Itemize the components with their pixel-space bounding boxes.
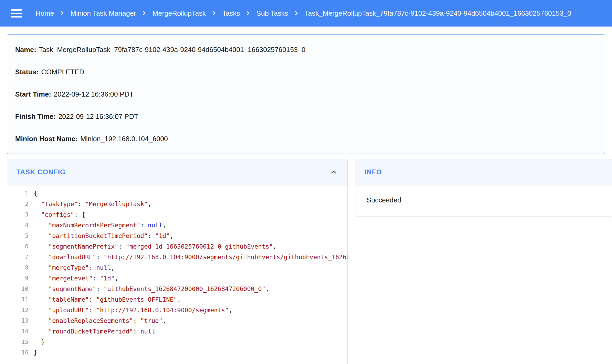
field-value: Minion_192.168.0.104_6000 xyxy=(80,135,168,143)
code-text: "partitionBucketTimePeriod": "1d", xyxy=(34,231,173,241)
breadcrumb-item[interactable]: Home xyxy=(36,9,54,18)
breadcrumb-item[interactable]: Tasks xyxy=(222,9,240,18)
content-columns: TASK CONFIG 1{2 "taskType": "MergeRollup… xyxy=(7,159,612,364)
code-text: "maxNumRecordsPerSegment": null, xyxy=(34,220,166,231)
line-number: 10 xyxy=(7,284,34,294)
info-panel: INFO Succeeded xyxy=(355,159,612,217)
code-line: 10 "segmentName": "githubEvents_16268472… xyxy=(7,284,347,294)
field-value: Task_MergeRollupTask_79fa787c-9102-439a-… xyxy=(39,46,305,54)
code-text: "tableName": "githubEvents_OFFLINE", xyxy=(34,294,181,305)
code-text: "downloadURL": "http://192.168.0.104:900… xyxy=(34,252,347,262)
hamburger-bar xyxy=(11,13,22,14)
code-line: 4 "maxNumRecordsPerSegment": null, xyxy=(7,220,347,231)
chevron-right-icon xyxy=(244,9,253,18)
field-label: Start Time: xyxy=(15,90,51,98)
task-config-title: TASK CONFIG xyxy=(16,168,66,176)
task-config-editor[interactable]: 1{2 "taskType": "MergeRollupTask",3 "con… xyxy=(7,185,347,364)
code-line: 15 } xyxy=(7,337,347,347)
breadcrumb-item[interactable]: MergeRollupTask xyxy=(152,9,206,18)
breadcrumb-item[interactable]: Minion Task Manager xyxy=(70,9,136,18)
hamburger-menu-icon[interactable] xyxy=(11,7,22,19)
code-line: 13 "enableReplaceSegments": "true", xyxy=(7,315,347,326)
line-number: 9 xyxy=(7,273,34,284)
line-number: 8 xyxy=(7,262,34,273)
code-text: "roundBucketTimePeriod": null xyxy=(34,326,155,337)
task-summary-card: Name:Task_MergeRollupTask_79fa787c-9102-… xyxy=(7,34,605,154)
code-text: "mergeLevel": "1d", xyxy=(34,273,118,284)
line-number: 13 xyxy=(7,315,34,326)
code-text: } xyxy=(34,347,37,358)
code-line: 9 "mergeLevel": "1d", xyxy=(7,273,347,284)
code-line: 3 "configs": { xyxy=(7,209,347,220)
line-number: 7 xyxy=(7,252,34,262)
info-title: INFO xyxy=(364,168,382,176)
line-number: 12 xyxy=(7,305,34,315)
line-number: 16 xyxy=(7,347,34,358)
app-bar: HomeMinion Task ManagerMergeRollupTaskTa… xyxy=(0,0,612,27)
line-number: 5 xyxy=(7,231,34,241)
code-text: "enableReplaceSegments": "true", xyxy=(34,315,166,326)
hamburger-bar xyxy=(11,16,22,18)
code-line: 16} xyxy=(7,347,347,358)
code-line: 12 "uploadURL": "http://192.168.0.104:90… xyxy=(7,305,347,315)
breadcrumb: HomeMinion Task ManagerMergeRollupTaskTa… xyxy=(36,9,571,18)
line-number: 11 xyxy=(7,294,34,305)
code-text: "segmentNamePrefix": "merged_1d_16630257… xyxy=(34,241,277,252)
code-line: 1{ xyxy=(7,188,347,199)
summary-field-row: Start Time:2022-09-12 16:36:00 PDT xyxy=(7,83,605,105)
chevron-up-icon[interactable] xyxy=(329,167,338,177)
code-line: 2 "taskType": "MergeRollupTask", xyxy=(7,199,347,209)
code-line: 6 "segmentNamePrefix": "merged_1d_166302… xyxy=(7,241,347,252)
field-label: Finish Time: xyxy=(15,112,56,120)
summary-field-row: Status:COMPLETED xyxy=(7,61,605,83)
line-number: 14 xyxy=(7,326,34,337)
code-text: "uploadURL": "http://192.168.0.104:9000/… xyxy=(34,305,232,315)
code-text: "mergeType": null, xyxy=(34,262,115,273)
line-number: 1 xyxy=(7,188,34,199)
code-line: 8 "mergeType": null, xyxy=(7,262,347,273)
field-value: 2022-09-12 16:36:00 PDT xyxy=(54,90,134,98)
task-config-panel: TASK CONFIG 1{2 "taskType": "MergeRollup… xyxy=(7,159,348,364)
line-number: 6 xyxy=(7,241,34,252)
task-config-header: TASK CONFIG xyxy=(7,159,347,185)
chevron-right-icon xyxy=(140,9,149,18)
line-number: 3 xyxy=(7,209,34,220)
code-text: { xyxy=(34,188,37,199)
field-label: Minion Host Name: xyxy=(15,135,78,143)
code-line: 11 "tableName": "githubEvents_OFFLINE", xyxy=(7,294,347,305)
info-content: Succeeded xyxy=(355,185,612,216)
field-label: Status: xyxy=(15,68,39,76)
info-header: INFO xyxy=(355,159,612,185)
code-line: 14 "roundBucketTimePeriod": null xyxy=(7,326,347,337)
line-number: 4 xyxy=(7,220,34,231)
chevron-right-icon xyxy=(58,9,67,18)
summary-field-row: Minion Host Name:Minion_192.168.0.104_60… xyxy=(7,128,605,150)
code-text: "configs": { xyxy=(34,209,85,220)
field-value: 2022-09-12 16:36:07 PDT xyxy=(58,112,138,120)
code-line: 7 "downloadURL": "http://192.168.0.104:9… xyxy=(7,252,347,262)
summary-field-row: Name:Task_MergeRollupTask_79fa787c-9102-… xyxy=(7,38,605,61)
line-number: 15 xyxy=(7,337,34,347)
summary-field-row: Finish Time:2022-09-12 16:36:07 PDT xyxy=(7,105,605,128)
code-line: 5 "partitionBucketTimePeriod": "1d", xyxy=(7,231,347,241)
code-text: } xyxy=(34,337,45,347)
field-label: Name: xyxy=(15,46,36,54)
line-number: 2 xyxy=(7,199,34,209)
chevron-right-icon xyxy=(210,9,219,18)
breadcrumb-item[interactable]: Sub Tasks xyxy=(256,9,288,18)
chevron-right-icon xyxy=(292,9,301,18)
field-value: COMPLETED xyxy=(41,68,84,76)
code-text: "taskType": "MergeRollupTask", xyxy=(34,199,151,209)
hamburger-bar xyxy=(11,9,22,11)
code-text: "segmentName": "githubEvents_16268472000… xyxy=(34,284,269,294)
breadcrumb-item: Task_MergeRollupTask_79fa787c-9102-439a-… xyxy=(305,9,571,18)
